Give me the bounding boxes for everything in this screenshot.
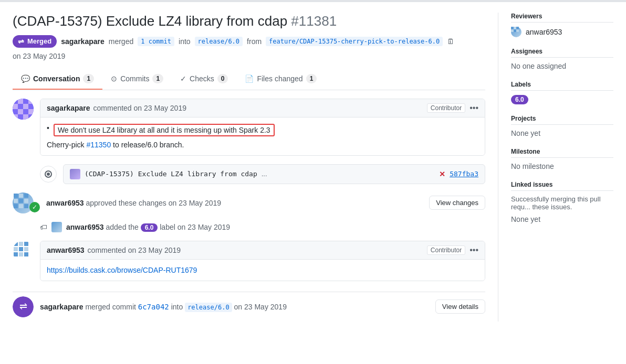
target-branch-link[interactable]: release/6.0 bbox=[195, 37, 243, 46]
comment-header-right-2: Contributor ••• bbox=[427, 245, 478, 255]
svg-rect-1 bbox=[13, 99, 18, 104]
svg-rect-9 bbox=[13, 109, 18, 114]
label-author-avatar bbox=[51, 222, 62, 232]
merge-target-branch[interactable]: release/6.0 bbox=[185, 303, 232, 312]
linked-issues-text: Successfully merging this pull requ... t… bbox=[511, 195, 613, 211]
label-event-text: anwar6953 added the 6.0 label on 23 May … bbox=[66, 223, 230, 231]
svg-rect-42 bbox=[516, 27, 519, 29]
calendar-icon: 🗓 bbox=[447, 37, 454, 46]
more-options-2[interactable]: ••• bbox=[470, 245, 478, 255]
commit-title[interactable]: (CDAP-15375) Exclude LZ4 library from cd… bbox=[85, 170, 257, 178]
svg-rect-37 bbox=[24, 252, 28, 256]
approver-name[interactable]: anwar6953 bbox=[46, 199, 84, 207]
comment-author-1[interactable]: sagarkapare bbox=[47, 104, 90, 112]
tab-checks[interactable]: ✓ Checks 0 bbox=[172, 69, 236, 90]
avatar-sagarkapare-1 bbox=[13, 99, 34, 120]
reviewer-item: anwar6953 bbox=[511, 27, 613, 37]
svg-rect-5 bbox=[13, 104, 18, 109]
svg-rect-25 bbox=[24, 199, 28, 203]
comment-date-2: commented on 23 May 2019 bbox=[88, 246, 181, 254]
comment-body-1: • We don't use LZ4 library at all and it… bbox=[40, 117, 485, 155]
svg-rect-26 bbox=[14, 204, 18, 208]
merge-commit-hash[interactable]: 6c7a042 bbox=[138, 303, 169, 311]
comment-body-2: https://builds.cask.co/browse/CDAP-RUT16… bbox=[40, 260, 485, 281]
commit-dot bbox=[40, 166, 57, 183]
svg-rect-20 bbox=[14, 194, 18, 198]
svg-rect-2 bbox=[18, 99, 23, 104]
merge-event-text: sagarkapare merged commit 6c7a042 into r… bbox=[40, 303, 287, 311]
commits-tab-icon: ⊙ bbox=[111, 74, 117, 83]
pr-title: (CDAP-15375) Exclude LZ4 library from cd… bbox=[13, 13, 485, 30]
avatar-sagarkapare-2: ⇌ bbox=[13, 296, 34, 317]
builds-link[interactable]: https://builds.cask.co/browse/CDAP-RUT16… bbox=[47, 266, 197, 274]
svg-rect-44 bbox=[514, 29, 516, 32]
reviewer-avatar bbox=[511, 27, 521, 37]
svg-text:⇌: ⇌ bbox=[19, 301, 27, 312]
linked-issues-label: Linked issues bbox=[511, 181, 613, 191]
comment-header-left-2: anwar6953 commented on 23 May 2019 bbox=[47, 246, 181, 254]
merge-author[interactable]: sagarkapare bbox=[40, 303, 84, 311]
conversation-tab-label: Conversation bbox=[33, 74, 80, 83]
more-options-1[interactable]: ••• bbox=[470, 103, 478, 113]
checks-tab-count: 0 bbox=[217, 74, 228, 83]
sidebar-linked-issues: Linked issues Successfully merging this … bbox=[511, 181, 613, 223]
pr-author[interactable]: sagarkapare bbox=[61, 37, 105, 46]
svg-rect-45 bbox=[516, 29, 519, 32]
label-icon: 🏷 bbox=[40, 223, 47, 231]
milestone-label: Milestone bbox=[511, 148, 613, 158]
label-item[interactable]: 6.0 bbox=[511, 95, 528, 104]
svg-rect-43 bbox=[511, 29, 514, 32]
svg-rect-11 bbox=[23, 109, 28, 114]
view-changes-button[interactable]: View changes bbox=[429, 196, 485, 210]
reviewers-label: Reviewers bbox=[511, 13, 613, 23]
svg-rect-24 bbox=[19, 199, 23, 203]
merged-label: Merged bbox=[27, 37, 51, 45]
pr-from: from bbox=[247, 37, 262, 46]
comment-author-2[interactable]: anwar6953 bbox=[47, 246, 85, 254]
checks-tab-label: Checks bbox=[190, 74, 214, 83]
reviewer-name[interactable]: anwar6953 bbox=[526, 28, 562, 36]
commit-author-avatar bbox=[70, 169, 80, 179]
svg-point-18 bbox=[47, 173, 50, 176]
commit-hash-area: ✕ 587fba3 bbox=[439, 170, 478, 178]
bullet-marker: • bbox=[47, 124, 49, 132]
label-author[interactable]: anwar6953 bbox=[66, 223, 104, 231]
avatar-anwar-2 bbox=[13, 241, 34, 262]
view-details-button[interactable]: View details bbox=[435, 299, 485, 314]
commits-tab-label: Commits bbox=[120, 74, 149, 83]
svg-rect-34 bbox=[24, 247, 28, 251]
sidebar-assignees: Assignees No one assigned bbox=[511, 48, 613, 70]
commit-ellipsis[interactable]: ... bbox=[262, 170, 267, 178]
commit-left: (CDAP-15375) Exclude LZ4 library from cd… bbox=[70, 169, 267, 179]
svg-rect-7 bbox=[23, 104, 28, 109]
cherry-pick-text: Cherry-pick #11350 to release/6.0 branch… bbox=[47, 141, 478, 149]
merge-action: merged commit bbox=[85, 303, 138, 311]
comment-header-right-1: Contributor ••• bbox=[427, 103, 478, 113]
tab-conversation[interactable]: 💬 Conversation 1 bbox=[13, 69, 102, 90]
svg-rect-21 bbox=[19, 194, 23, 198]
merge-connector: into bbox=[171, 303, 185, 311]
tab-files-changed[interactable]: 📄 Files changed 1 bbox=[236, 69, 325, 90]
pr-title-text: (CDAP-15375) Exclude LZ4 library from cd… bbox=[13, 13, 287, 29]
conversation-tab-icon: 💬 bbox=[21, 74, 30, 83]
comment-header-1: sagarkapare commented on 23 May 2019 Con… bbox=[40, 99, 485, 117]
comment-bullet-1: • We don't use LZ4 library at all and it… bbox=[47, 124, 478, 136]
none-yet: None yet bbox=[511, 215, 613, 223]
source-branch-link[interactable]: feature/CDAP-15375-cherry-pick-to-releas… bbox=[266, 37, 443, 46]
commit-count-link[interactable]: 1 commit bbox=[138, 37, 174, 46]
tab-commits[interactable]: ⊙ Commits 1 bbox=[102, 69, 172, 90]
assignees-value: No one assigned bbox=[511, 62, 613, 70]
approved-text: anwar6953 approved these changes on 23 M… bbox=[46, 199, 221, 207]
commit-hash-link[interactable]: 587fba3 bbox=[450, 170, 478, 178]
right-panel: Reviewers anwar6953 bbox=[498, 13, 613, 322]
checks-tab-icon: ✓ bbox=[180, 74, 186, 83]
cherry-pick-link[interactable]: #11350 bbox=[86, 141, 111, 149]
svg-rect-35 bbox=[14, 252, 18, 256]
svg-rect-22 bbox=[24, 194, 28, 198]
label-action: added the bbox=[106, 223, 141, 231]
comment-header-left-1: sagarkapare commented on 23 May 2019 bbox=[47, 104, 186, 112]
comment-box-2: anwar6953 commented on 23 May 2019 Contr… bbox=[40, 241, 485, 281]
merge-date: on 23 May 2019 bbox=[234, 303, 287, 311]
cherry-pick-prefix: Cherry-pick bbox=[47, 141, 86, 149]
checkmark-icon: ✓ bbox=[29, 202, 40, 212]
